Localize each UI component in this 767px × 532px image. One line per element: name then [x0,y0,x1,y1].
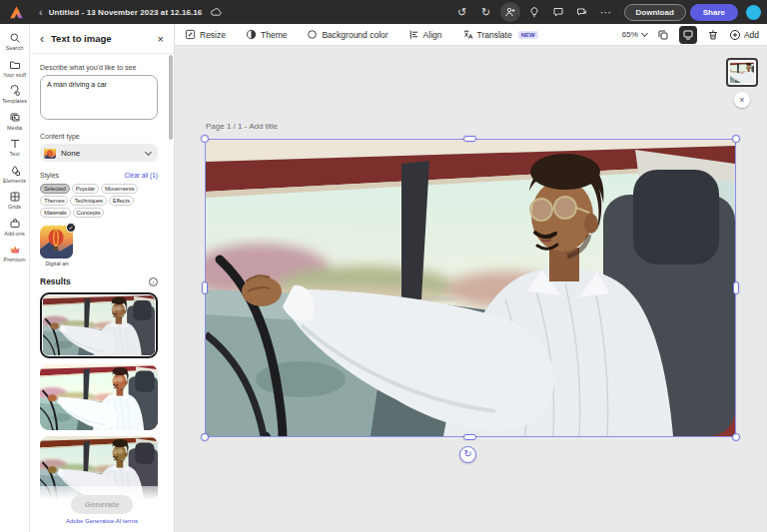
rail-item-text[interactable]: Text [0,138,30,158]
handle-top-left[interactable] [201,135,209,143]
style-selected-check-icon: ✓ [66,223,76,233]
result-thumbnail-2[interactable] [40,364,158,430]
add-page-label: Add [744,30,759,40]
content-type-thumbnail [44,147,56,159]
translate-icon [462,29,473,40]
document-title[interactable]: Untitled - 13 November 2023 at 12.16.16 [49,8,203,17]
align-icon [408,29,419,40]
zoom-level: 65% [622,30,638,39]
search-icon [9,32,21,44]
clear-all-link[interactable]: Clear all (1) [124,172,158,179]
rail-item-media[interactable]: Media [0,112,30,132]
styles-label: Styles [40,172,59,179]
close-preview-icon[interactable]: × [734,92,750,108]
page-label[interactable]: Page 1 / 1 - Add title [206,122,278,131]
generated-image [206,140,735,436]
chip-selected[interactable]: Selected [40,184,70,194]
theme-button[interactable]: Theme [236,24,297,45]
handle-left-center[interactable] [202,281,208,294]
theme-icon [246,29,257,40]
download-button[interactable]: Download [624,4,686,21]
chip-effects[interactable]: Effects [109,196,134,206]
selected-style-card[interactable]: ✓ Digital art [40,226,74,266]
canvas-area[interactable]: Page 1 / 1 - Add title × ↻ [175,46,767,532]
chip-popular[interactable]: Popular [72,184,99,194]
handle-right-center[interactable] [733,281,739,294]
rail-item-your-stuff[interactable]: Your stuff [0,59,30,79]
content-type-select[interactable]: None [40,144,158,162]
duplicate-page-button[interactable] [654,26,672,44]
translate-button[interactable]: Translate NEW [452,24,548,45]
rail-item-search[interactable]: Search [0,32,30,52]
content-type-value: None [61,149,80,158]
rotate-handle-icon[interactable]: ↻ [459,446,476,463]
result-thumbnail-1[interactable] [40,292,158,358]
share-button[interactable]: Share [690,4,738,21]
handle-bottom-right[interactable] [732,433,740,441]
handle-top-right[interactable] [732,135,740,143]
media-icon [9,112,21,124]
chip-materials[interactable]: Materials [40,208,71,218]
background-color-label: Background color [322,30,387,40]
zoom-control[interactable]: 65% [622,30,647,39]
adobe-express-app: ‹ Untitled - 13 November 2023 at 12.16.1… [0,0,767,532]
cloud-sync-icon[interactable] [210,6,223,19]
resize-button[interactable]: Resize [175,24,236,45]
delete-page-button[interactable] [704,26,722,44]
background-color-icon [307,29,318,40]
rail-item-templates[interactable]: Templates [0,85,30,105]
text-icon [9,138,21,150]
back-to-home-icon[interactable]: ‹ [33,6,49,18]
app-rail: Search Your stuff Templates Media Text E… [0,24,30,532]
content-type-label: Content type [40,133,158,140]
chip-themes[interactable]: Themes [40,196,68,206]
handle-top-center[interactable] [463,136,476,142]
panel-title: Text to image [51,33,112,44]
align-label: Align [423,30,442,40]
top-bar: ‹ Untitled - 13 November 2023 at 12.16.1… [0,0,767,24]
lightbulb-ideas-icon[interactable] [524,2,544,22]
more-options-icon[interactable]: ⋯ [596,2,616,22]
rail-item-grids[interactable]: Grids [0,191,30,211]
generative-ai-terms-link[interactable]: Adobe Generative AI terms [66,518,138,524]
info-icon[interactable]: i [149,277,158,286]
rail-item-premium[interactable]: Premium [0,244,30,264]
chip-techniques[interactable]: Techniques [70,196,106,206]
redo-icon[interactable]: ↻ [476,2,496,22]
present-chat-icon[interactable] [572,2,592,22]
user-avatar[interactable] [746,5,761,20]
style-filter-chips: Selected Popular Movements Themes Techni… [40,184,162,218]
prompt-label: Describe what you'd like to see [40,64,158,71]
rail-item-add-ons[interactable]: Add-ons [0,218,30,238]
invite-collaborators-icon[interactable] [500,2,520,22]
handle-bottom-center[interactable] [463,434,476,440]
text-to-image-panel: ‹ Text to image × Describe what you'd li… [30,24,175,532]
results-label: Results [40,276,71,286]
plus-circle-icon [729,29,741,41]
prompt-input[interactable]: A man driving a car [40,75,158,120]
handle-bottom-left[interactable] [201,433,209,441]
undo-icon[interactable]: ↺ [452,2,472,22]
style-name: Digital art [40,261,74,266]
generate-button[interactable]: Generate [71,495,133,514]
page-preview-thumbnail[interactable] [726,58,758,87]
chevron-down-icon [145,148,152,155]
panel-scrollbar[interactable] [169,55,173,522]
rail-item-elements[interactable]: Elements [0,165,30,185]
theme-label: Theme [261,30,287,40]
selected-image-artboard[interactable]: ↻ [206,140,735,436]
chip-movements[interactable]: Movements [101,184,138,194]
panel-back-icon[interactable]: ‹ [40,32,44,46]
grids-icon [9,191,21,203]
pages-view-button[interactable] [679,26,697,44]
adobe-express-logo-icon[interactable] [9,5,24,20]
panel-header: ‹ Text to image × [30,24,174,54]
add-ons-icon [9,218,21,230]
panel-close-icon[interactable]: × [158,33,164,45]
align-button[interactable]: Align [398,24,452,45]
chip-concepts[interactable]: Concepts [73,208,105,218]
background-color-button[interactable]: Background color [297,24,397,45]
add-page-button[interactable]: Add [729,29,759,41]
document-toolbar: Resize Theme Background color Align Tran… [175,24,767,46]
comments-icon[interactable] [548,2,568,22]
